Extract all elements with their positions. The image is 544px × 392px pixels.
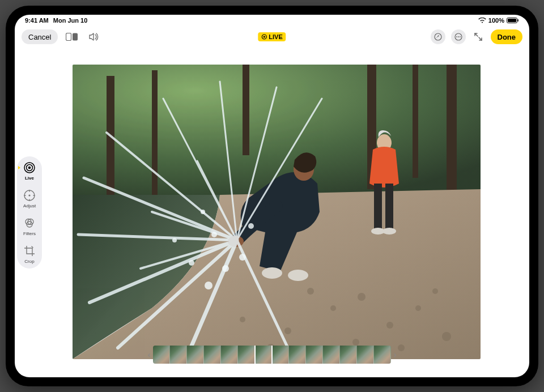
- more-button[interactable]: [451, 29, 466, 44]
- live-icon: [23, 161, 36, 174]
- svg-point-36: [415, 305, 421, 311]
- scrubber-frame[interactable]: [374, 346, 391, 364]
- svg-point-33: [330, 305, 336, 311]
- svg-point-16: [28, 194, 30, 196]
- svg-point-70: [172, 238, 177, 242]
- status-date: Mon Jun 10: [53, 17, 88, 24]
- ipad-device-frame: 9:41 AM Mon Jun 10 100% Cancel: [6, 6, 538, 386]
- sidebar-item-label: Adjust: [23, 203, 36, 208]
- svg-rect-4: [73, 33, 78, 41]
- toolbar: Cancel LIVE: [15, 26, 529, 48]
- crop-icon: [23, 244, 36, 258]
- battery-icon: [507, 18, 519, 23]
- status-bar: 9:41 AM Mon Jun 10 100%: [15, 15, 529, 26]
- svg-rect-46: [385, 184, 393, 229]
- svg-point-69: [222, 265, 229, 272]
- scrubber-prev-button[interactable]: ‹: [145, 344, 153, 365]
- svg-rect-31: [447, 65, 457, 195]
- svg-rect-1: [508, 19, 516, 22]
- scrubber-frame[interactable]: [306, 346, 323, 364]
- scrubber-frame[interactable]: [272, 346, 289, 364]
- svg-point-43: [432, 288, 438, 294]
- scrubber-track[interactable]: [153, 346, 391, 364]
- status-time: 9:41 AM: [25, 17, 49, 24]
- photo-preview[interactable]: [73, 65, 481, 359]
- svg-rect-3: [66, 33, 71, 41]
- live-badge-label: LIVE: [269, 33, 282, 40]
- svg-point-9: [456, 36, 457, 37]
- svg-rect-45: [374, 184, 382, 229]
- editor-content: Live Adjust Filters: [15, 48, 529, 377]
- svg-point-14: [28, 167, 31, 169]
- scrubber-frame[interactable]: [204, 346, 221, 364]
- svg-point-34: [358, 293, 366, 301]
- compare-toggle-button[interactable]: [63, 31, 80, 43]
- svg-point-73: [201, 210, 205, 214]
- scrubber-frame[interactable]: [357, 346, 374, 364]
- svg-point-10: [458, 36, 459, 37]
- scrubber-frame[interactable]: [238, 346, 255, 364]
- filters-icon: [23, 216, 36, 230]
- svg-point-67: [189, 260, 194, 266]
- scrubber-frame[interactable]: [170, 346, 187, 364]
- scrubber-frame[interactable]: [255, 346, 272, 364]
- scrubber-frame[interactable]: [323, 346, 340, 364]
- sidebar-item-live[interactable]: Live: [23, 161, 36, 181]
- volume-button[interactable]: [86, 30, 101, 44]
- markup-button[interactable]: [431, 29, 445, 44]
- svg-point-6: [264, 36, 265, 37]
- svg-point-39: [240, 317, 245, 322]
- svg-point-37: [442, 332, 451, 341]
- adjust-icon: [23, 189, 36, 202]
- edit-mode-sidebar: Live Adjust Filters: [17, 156, 42, 269]
- sidebar-item-filters[interactable]: Filters: [23, 216, 36, 236]
- svg-rect-28: [243, 65, 249, 155]
- screen: 9:41 AM Mon Jun 10 100% Cancel: [15, 15, 529, 377]
- scrubber-frame[interactable]: [153, 346, 170, 364]
- sidebar-item-crop[interactable]: Crop: [23, 244, 36, 264]
- sidebar-item-label: Live: [25, 176, 34, 181]
- svg-point-11: [460, 36, 461, 37]
- scrubber-frame[interactable]: [187, 346, 204, 364]
- svg-point-68: [205, 282, 212, 289]
- photo-image: [73, 65, 481, 359]
- svg-rect-30: [413, 65, 418, 178]
- svg-rect-27: [152, 70, 158, 201]
- live-badge[interactable]: LIVE: [258, 32, 286, 41]
- done-button[interactable]: Done: [491, 29, 523, 44]
- sidebar-item-adjust[interactable]: Adjust: [23, 189, 36, 208]
- live-icon: [261, 34, 267, 40]
- svg-point-52: [288, 270, 308, 281]
- frame-scrubber[interactable]: ‹ ›: [145, 344, 399, 365]
- svg-point-71: [211, 232, 217, 237]
- cancel-button[interactable]: Cancel: [22, 29, 58, 44]
- scrubber-frame[interactable]: [340, 346, 357, 364]
- svg-point-48: [382, 228, 396, 235]
- battery-pct: 100%: [488, 17, 504, 24]
- sidebar-item-label: Crop: [24, 259, 34, 264]
- svg-point-32: [307, 288, 314, 295]
- wifi-icon: [478, 18, 486, 23]
- photo-canvas: [15, 48, 529, 377]
- svg-point-35: [386, 322, 393, 329]
- svg-point-38: [284, 327, 291, 334]
- svg-point-72: [239, 254, 246, 261]
- svg-rect-2: [518, 19, 519, 22]
- fullscreen-button[interactable]: [471, 30, 485, 44]
- scrubber-frame[interactable]: [221, 346, 238, 364]
- svg-point-51: [262, 267, 282, 279]
- sidebar-item-label: Filters: [23, 231, 36, 236]
- svg-point-74: [248, 223, 254, 229]
- scrubber-next-button[interactable]: ›: [391, 344, 399, 365]
- scrubber-frame[interactable]: [289, 346, 306, 364]
